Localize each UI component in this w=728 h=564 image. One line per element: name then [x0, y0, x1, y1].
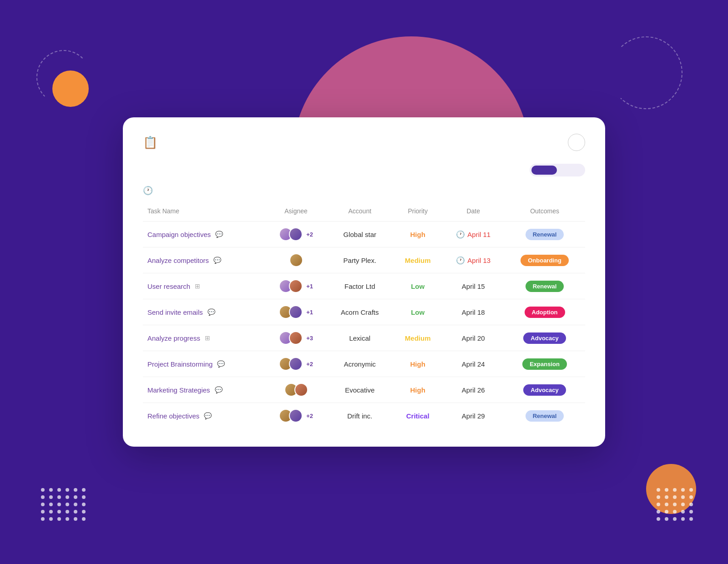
assignee-cell: +3	[265, 325, 326, 351]
outcome-cell: Renewal	[504, 222, 585, 247]
date-cell: 🕐April 13	[442, 247, 504, 273]
main-card: 📋 🕐 Task Name Asignee Account Priority D…	[123, 117, 605, 447]
card-header: 📋	[143, 134, 585, 151]
col-assignee: Asignee	[265, 204, 326, 222]
outcome-cell: Advocacy	[504, 377, 585, 403]
outcome-cell: Onboarding	[504, 247, 585, 273]
outcome-view-button[interactable]	[558, 166, 583, 175]
account-cell: Lexical	[327, 325, 393, 351]
more-options-button[interactable]	[568, 134, 585, 151]
task-name-cell: Campaign objectives 💬	[147, 231, 261, 238]
assignee-cell: +2	[265, 403, 326, 429]
background-dots-left	[41, 488, 86, 521]
background-dots-right	[657, 488, 694, 521]
tasks-table: Task Name Asignee Account Priority Date …	[143, 204, 585, 428]
date-cell: April 20	[442, 325, 504, 351]
outcome-cell: Expansion	[504, 351, 585, 377]
assignee-cell	[265, 247, 326, 273]
account-cell: Evocative	[327, 377, 393, 403]
date-cell: April 15	[442, 273, 504, 299]
col-date: Date	[442, 204, 504, 222]
date-cell: April 29	[442, 403, 504, 429]
table-row[interactable]: Analyze competitors 💬 Party Plex. Medium…	[143, 247, 585, 273]
timeline-view-button[interactable]	[531, 166, 557, 175]
priority-cell: Low	[393, 299, 443, 325]
task-name-cell: User research ⊞	[147, 282, 261, 290]
title-group: 📋	[143, 136, 164, 150]
col-priority: Priority	[393, 204, 443, 222]
task-name-cell: Project Brainstorming 💬	[147, 360, 261, 368]
table-row[interactable]: User research ⊞ +1 Factor Ltd Low April …	[143, 273, 585, 299]
priority-cell: Medium	[393, 325, 443, 351]
task-name-cell: Analyze progress ⊞	[147, 334, 261, 342]
background-dashes-right	[610, 36, 682, 109]
col-account: Account	[327, 204, 393, 222]
account-cell: Global star	[327, 222, 393, 247]
section-header: 🕐	[143, 186, 585, 196]
task-name[interactable]: Marketing Strategies	[147, 386, 210, 394]
table-row[interactable]: Analyze progress ⊞ +3 Lexical Medium Apr…	[143, 325, 585, 351]
priority-cell: High	[393, 222, 443, 247]
task-name[interactable]: Refine objectives	[147, 412, 199, 420]
task-name[interactable]: Analyze competitors	[147, 257, 209, 264]
clipboard-icon: 📋	[143, 136, 157, 150]
assignee-cell: +2	[265, 222, 326, 247]
assignee-cell	[265, 377, 326, 403]
priority-cell: Medium	[393, 247, 443, 273]
task-name-cell: Marketing Strategies 💬	[147, 386, 261, 394]
assignee-cell: +1	[265, 299, 326, 325]
table-row[interactable]: Campaign objectives 💬 +2 Global star Hig…	[143, 222, 585, 247]
date-cell: April 24	[442, 351, 504, 377]
task-name-cell: Refine objectives 💬	[147, 412, 261, 420]
priority-cell: High	[393, 351, 443, 377]
account-cell: Party Plex.	[327, 247, 393, 273]
account-cell: Acorn Crafts	[327, 299, 393, 325]
table-row[interactable]: Refine objectives 💬 +2 Drift inc. Critic…	[143, 403, 585, 429]
col-outcomes: Outcomes	[504, 204, 585, 222]
table-row[interactable]: Marketing Strategies 💬 Evocative High Ap…	[143, 377, 585, 403]
task-name-cell: Send invite emails 💬	[147, 308, 261, 316]
account-cell: Acronymic	[327, 351, 393, 377]
task-name[interactable]: Send invite emails	[147, 308, 203, 316]
date-cell: April 26	[442, 377, 504, 403]
priority-cell: Low	[393, 273, 443, 299]
outcome-cell: Renewal	[504, 403, 585, 429]
table-body: Campaign objectives 💬 +2 Global star Hig…	[143, 222, 585, 429]
toggle-container	[530, 164, 585, 176]
table-header: Task Name Asignee Account Priority Date …	[143, 204, 585, 222]
assignee-cell: +2	[265, 351, 326, 377]
date-cell: April 18	[442, 299, 504, 325]
task-name-cell: Analyze competitors 💬	[147, 257, 261, 264]
outcome-cell: Renewal	[504, 273, 585, 299]
clock-icon: 🕐	[143, 186, 153, 196]
account-cell: Drift inc.	[327, 403, 393, 429]
table-row[interactable]: Send invite emails 💬 +1 Acorn Crafts Low…	[143, 299, 585, 325]
assignee-cell: +1	[265, 273, 326, 299]
table-row[interactable]: Project Brainstorming 💬 +2 Acronymic Hig…	[143, 351, 585, 377]
outcome-cell: Adoption	[504, 299, 585, 325]
col-task-name: Task Name	[143, 204, 265, 222]
date-cell: 🕐April 11	[442, 222, 504, 247]
task-name[interactable]: Project Brainstorming	[147, 360, 212, 368]
task-name[interactable]: Campaign objectives	[147, 231, 211, 238]
priority-cell: High	[393, 377, 443, 403]
outcome-cell: Advocacy	[504, 325, 585, 351]
task-name[interactable]: Analyze progress	[147, 334, 200, 342]
priority-cell: Critical	[393, 403, 443, 429]
account-cell: Factor Ltd	[327, 273, 393, 299]
background-dashes-top	[36, 50, 91, 105]
view-toggle-group	[143, 164, 585, 176]
task-name[interactable]: User research	[147, 282, 190, 290]
